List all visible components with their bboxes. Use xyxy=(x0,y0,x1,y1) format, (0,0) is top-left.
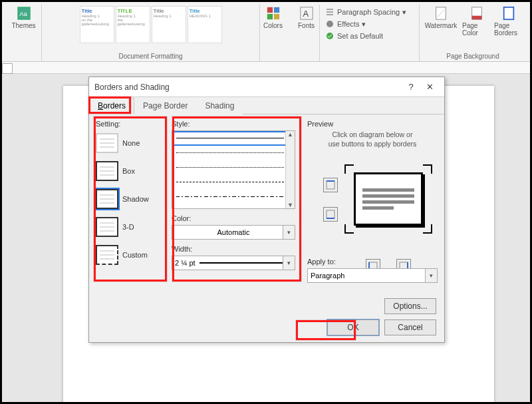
svg-rect-4 xyxy=(267,14,272,19)
doc-formatting-label: Document Formatting xyxy=(118,53,182,61)
setting-shadow[interactable]: Shadow xyxy=(96,186,168,212)
style-option-dashed[interactable] xyxy=(172,175,295,190)
gallery-item[interactable]: TitleHEADING 1 xyxy=(188,6,222,43)
colors-fonts-group: Colors A Fonts xyxy=(260,5,320,61)
dialog-tabs: BBordersorders Page Border Shading xyxy=(89,97,444,114)
doc-formatting-group: TitleHeading 1on the gallerieslooking TI… xyxy=(42,5,260,61)
style-gallery[interactable]: TitleHeading 1on the gallerieslooking TI… xyxy=(80,6,222,43)
style-label: Style: xyxy=(172,120,295,128)
spacing-group: Paragraph Spacing ▾ Effects ▾ Set as Def… xyxy=(320,5,420,61)
fonts-button[interactable]: A Fonts xyxy=(292,6,321,43)
ribbon: Aa Themes TitleHeading 1on the galleries… xyxy=(2,2,530,62)
corner-marker xyxy=(423,224,432,234)
ok-button[interactable]: OK xyxy=(327,319,379,335)
preview-column: Preview Click on diagram below oruse but… xyxy=(307,120,438,313)
svg-rect-14 xyxy=(504,7,514,19)
options-button[interactable]: Options... xyxy=(384,298,436,314)
setting-box[interactable]: Box xyxy=(96,158,168,184)
dialog-body: Setting: None Box Shadow 3-D xyxy=(89,114,444,313)
setting-3d[interactable]: 3-D xyxy=(96,214,168,240)
style-column: Style: Color: Automatic ▾ Width: 2 ¼ pt … xyxy=(172,120,295,313)
tab-shading[interactable]: Shading xyxy=(196,98,243,114)
preview-area xyxy=(307,155,438,255)
svg-rect-13 xyxy=(472,16,482,19)
themes-label: Themes xyxy=(11,22,35,29)
themes-button[interactable]: Aa Themes xyxy=(9,6,39,29)
dialog-title: Borders and Shading xyxy=(94,83,170,92)
setting-custom[interactable]: Custom xyxy=(96,242,168,268)
preview-label: Preview xyxy=(307,120,438,128)
style-listbox[interactable] xyxy=(172,130,295,209)
svg-rect-5 xyxy=(273,14,279,19)
border-top-toggle[interactable] xyxy=(323,178,338,192)
width-combo[interactable]: 2 ¼ pt ▾ xyxy=(172,256,295,270)
setting-none[interactable]: None xyxy=(96,130,168,156)
style-option-dotted[interactable] xyxy=(172,146,295,160)
tab-borders[interactable]: BBordersorders xyxy=(89,98,134,114)
svg-rect-32 xyxy=(327,210,334,218)
corner-marker xyxy=(344,164,354,174)
svg-rect-2 xyxy=(267,7,272,13)
color-label: Color: xyxy=(172,214,295,222)
setting-label: Setting: xyxy=(96,120,168,128)
style-option-solid[interactable] xyxy=(172,131,295,146)
style-scrollbar[interactable] xyxy=(285,131,295,208)
help-button[interactable]: ? xyxy=(402,82,420,92)
dialog-titlebar: Borders and Shading ? ✕ xyxy=(89,77,444,97)
dialog-footer: OK Cancel xyxy=(327,319,436,335)
paragraph-spacing-menu[interactable]: Paragraph Spacing ▾ xyxy=(325,6,406,18)
page-borders-button[interactable]: Page Borders xyxy=(494,6,523,43)
color-combo[interactable]: Automatic ▾ xyxy=(172,225,295,240)
tab-page-border[interactable]: Page Border xyxy=(134,98,196,114)
watermark-button[interactable]: Watermark xyxy=(422,6,460,43)
gallery-item[interactable]: TitleHeading 1 xyxy=(152,6,186,43)
svg-rect-30 xyxy=(327,181,334,189)
corner-marker xyxy=(423,164,432,174)
chevron-down-icon: ▾ xyxy=(283,256,295,270)
apply-to-combo[interactable]: Paragraph ▾ xyxy=(307,268,438,283)
borders-shading-dialog: Borders and Shading ? ✕ BBordersorders P… xyxy=(88,77,445,343)
svg-point-8 xyxy=(327,21,333,27)
chevron-down-icon: ▾ xyxy=(283,226,295,239)
border-bottom-toggle[interactable] xyxy=(323,207,338,222)
preview-hint: Click on diagram below oruse buttons to … xyxy=(307,130,438,148)
svg-text:Aa: Aa xyxy=(19,11,27,17)
svg-point-9 xyxy=(327,33,333,39)
gallery-item[interactable]: TitleHeading 1on the gallerieslooking xyxy=(80,6,114,43)
horizontal-ruler[interactable] xyxy=(2,62,530,74)
colors-button[interactable]: Colors xyxy=(259,6,288,43)
effects-menu[interactable]: Effects ▾ xyxy=(325,18,366,30)
style-option-fine-dotted[interactable] xyxy=(172,160,295,175)
themes-group: Aa Themes xyxy=(6,5,42,61)
corner-marker xyxy=(344,224,354,234)
set-default-button[interactable]: Set as Default xyxy=(325,30,383,42)
close-button[interactable]: ✕ xyxy=(420,82,439,92)
page-color-button[interactable]: Page Color xyxy=(462,6,491,43)
width-label: Width: xyxy=(172,245,295,253)
svg-rect-3 xyxy=(273,7,279,13)
page-background-group: Watermark Page Color Page Borders Page B… xyxy=(420,5,526,61)
style-option-dashdot[interactable] xyxy=(172,190,295,204)
gallery-item[interactable]: TITLEHeading 1the gallerieslooking xyxy=(116,6,150,43)
cancel-button[interactable]: Cancel xyxy=(384,319,436,335)
preview-box[interactable] xyxy=(354,172,423,226)
setting-column: Setting: None Box Shadow 3-D xyxy=(96,120,168,313)
chevron-down-icon: ▾ xyxy=(425,269,437,282)
svg-text:A: A xyxy=(303,9,309,19)
